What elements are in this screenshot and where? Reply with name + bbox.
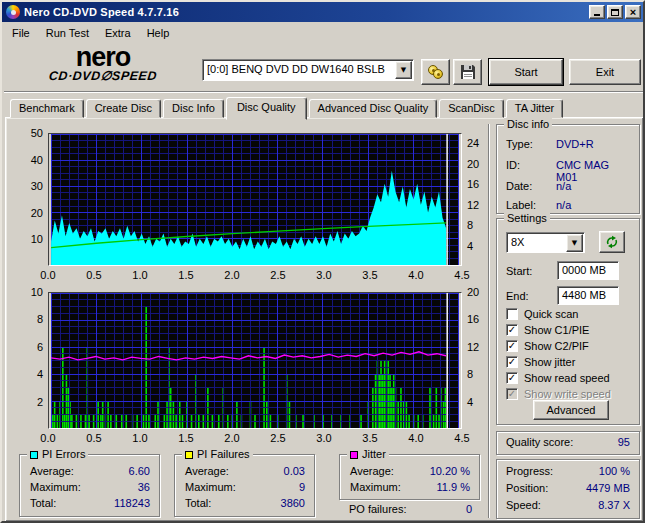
po-failures-label: PO failures: (349, 503, 406, 515)
pie-average-label: Average: (30, 465, 74, 477)
pie-maximum-value: 36 (138, 481, 150, 493)
axis-tick-label: 8 (17, 313, 43, 326)
advanced-button[interactable]: Advanced (533, 400, 609, 420)
disc-id-label: ID: (506, 159, 520, 171)
pie-maximum-label: Maximum: (30, 481, 81, 493)
pi-errors-chart-svg (48, 133, 462, 266)
po-failures-row: PO failures: 0 (349, 503, 472, 515)
pif-maximum-value: 9 (299, 481, 305, 493)
disc-label-label: Label: (506, 199, 536, 211)
checkbox-label: Show write speed (524, 388, 611, 400)
quality-score-label: Quality score: (506, 436, 573, 448)
speed-select-arrow[interactable]: ▼ (566, 234, 583, 252)
maximize-icon (611, 9, 619, 16)
disc-button[interactable] (421, 59, 450, 85)
minimize-button[interactable] (589, 5, 605, 19)
app-icon (6, 5, 20, 19)
speed-select[interactable]: 8X ▼ (506, 232, 585, 253)
speed-label: Speed: (506, 499, 541, 511)
maximize-button[interactable] (607, 5, 623, 19)
axis-tick-label: 8 (467, 219, 491, 232)
checkmark-icon[interactable]: ✓ (506, 324, 518, 336)
start-field[interactable]: 0000 MB (557, 261, 619, 280)
jitter-maximum-label: Maximum: (350, 481, 401, 493)
nero-logo: nero CD·DVD∅SPEED (18, 46, 188, 83)
chevron-down-icon: ▼ (572, 240, 577, 247)
axis-tick-label: 30 (17, 180, 43, 193)
checkbox-label: Show jitter (524, 356, 575, 368)
tab-disc-info[interactable]: Disc Info (163, 99, 224, 118)
disc-info-group: Disc info Type: DVD+R ID: CMC MAG M01 Da… (496, 124, 640, 214)
menu-run-test[interactable]: Run Test (38, 25, 97, 41)
advanced-button-label: Advanced (547, 404, 596, 416)
checkbox-show-c2-pif[interactable]: ✓Show C2/PIF (506, 339, 589, 353)
checkbox-show-jitter[interactable]: ✓Show jitter (506, 355, 575, 369)
axis-tick-label: 3.5 (354, 432, 386, 445)
pi-errors-legend: PI Errors Average:6.60 Maximum:36 Total:… (19, 454, 160, 517)
tab-create-disc[interactable]: Create Disc (86, 99, 161, 118)
axis-tick-label: 0.0 (32, 269, 64, 282)
save-floppy-icon (460, 64, 476, 80)
refresh-button[interactable] (599, 231, 625, 253)
menu-extra[interactable]: Extra (97, 25, 139, 41)
refresh-arrows-icon (605, 235, 619, 249)
axis-tick-label: 4 (467, 396, 491, 409)
checkmark-icon[interactable]: ✓ (506, 372, 518, 384)
checkmark-icon[interactable]: ✓ (506, 356, 518, 368)
tab-benchmark[interactable]: Benchmark (10, 99, 84, 118)
tab-strip: BenchmarkCreate DiscDisc InfoDisc Qualit… (10, 97, 565, 118)
checkbox-quick-scan[interactable]: Quick scan (506, 307, 578, 321)
axis-tick-label: 0.5 (78, 269, 110, 282)
speed-row: Speed: 8.37 X (506, 499, 630, 514)
start-button-label: Start (514, 66, 537, 78)
menu-file[interactable]: File (4, 25, 38, 41)
checkbox-label: Show read speed (524, 372, 610, 384)
app-window: Nero CD-DVD Speed 4.7.7.16 × FileRun Tes… (0, 0, 645, 523)
axis-tick-label: 1.0 (124, 432, 156, 445)
drive-select[interactable]: [0:0] BENQ DVD DD DW1640 BSLB ▼ (202, 59, 414, 81)
tab-scandisc[interactable]: ScanDisc (439, 99, 503, 118)
tab-ta-jitter[interactable]: TA Jitter (506, 99, 564, 118)
tab-disc-quality[interactable]: Disc Quality (226, 97, 307, 120)
checkmark-icon[interactable]: ✓ (506, 340, 518, 352)
axis-tick-label: 10 (17, 286, 43, 299)
close-button[interactable]: × (625, 5, 641, 19)
axis-tick-label: 4 (467, 240, 491, 253)
pi-errors-chart: 102030405048121620240.00.51.01.52.02.53.… (48, 133, 462, 266)
axis-tick-label: 4 (17, 368, 43, 381)
settings-title: Settings (504, 212, 550, 225)
checkbox-show-c1-pie[interactable]: ✓Show C1/PIE (506, 323, 589, 337)
jitter-color-swatch (350, 451, 358, 459)
axis-tick-label: 3.0 (308, 269, 340, 282)
disc-type-label: Type: (506, 138, 533, 150)
drive-select-arrow[interactable]: ▼ (395, 61, 412, 79)
disc-type-row: Type: DVD+R (506, 138, 630, 153)
pie-total-label: Total: (30, 497, 56, 509)
start-button[interactable]: Start (489, 59, 563, 85)
axis-tick-label: 2.0 (216, 432, 248, 445)
axis-tick-label: 1.5 (170, 269, 202, 282)
start-field-label: Start: (506, 265, 532, 277)
axis-tick-label: 0.5 (78, 432, 110, 445)
gold-discs-icon (428, 65, 444, 79)
exit-button[interactable]: Exit (569, 59, 641, 85)
pi-failures-jitter-chart-svg (48, 292, 462, 429)
quality-score-box: Quality score: 95 (496, 431, 640, 455)
disc-label-value: n/a (556, 199, 571, 211)
empty-checkbox[interactable] (506, 308, 518, 320)
pi-failures-color-swatch (185, 451, 193, 459)
jitter-average-label: Average: (350, 465, 394, 477)
pi-failures-legend: PI Failures Average:0.03 Maximum:9 Total… (174, 454, 315, 517)
checkmark-icon: ✓ (506, 388, 518, 400)
axis-tick-label: 4.5 (446, 432, 478, 445)
menu-help[interactable]: Help (139, 25, 178, 41)
save-button[interactable] (453, 59, 482, 85)
quality-score-row: Quality score: 95 (506, 436, 630, 451)
end-field[interactable]: 4480 MB (557, 286, 619, 305)
tab-advanced-disc-quality[interactable]: Advanced Disc Quality (309, 99, 438, 118)
checkbox-show-read-speed[interactable]: ✓Show read speed (506, 371, 610, 385)
po-failures-value: 0 (466, 503, 472, 515)
progress-label: Progress: (506, 465, 553, 477)
settings-group: Settings 8X ▼ Start: 0000 MB End: 4480 M… (496, 218, 640, 425)
pif-total-value: 3860 (281, 497, 305, 509)
